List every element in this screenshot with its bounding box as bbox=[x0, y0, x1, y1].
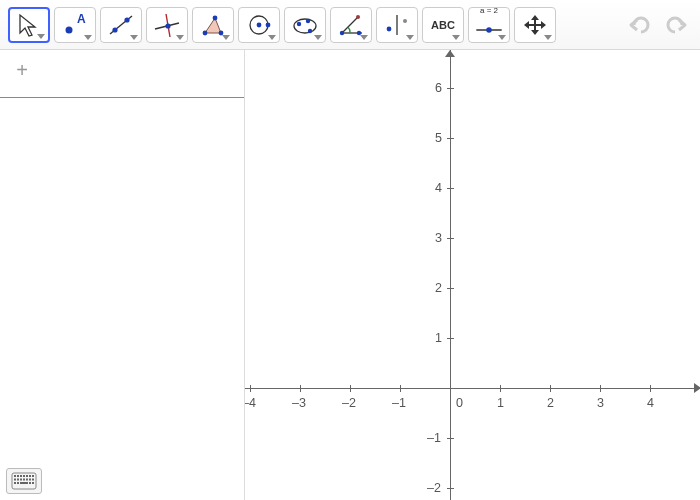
svg-rect-41 bbox=[29, 479, 31, 481]
svg-rect-38 bbox=[20, 479, 22, 481]
tick-label: –2 bbox=[427, 481, 441, 495]
add-input-button[interactable]: + bbox=[8, 58, 36, 82]
move-view-tool[interactable] bbox=[514, 7, 556, 43]
undo-button[interactable] bbox=[624, 10, 658, 40]
tick-label: 1 bbox=[435, 331, 442, 345]
ellipse-tool[interactable] bbox=[284, 7, 326, 43]
workspace: + –4 –3 –2 –1 0 1 2 3 4 1 2 3 4 5 6 –1 –… bbox=[0, 50, 700, 500]
algebra-view[interactable]: + bbox=[0, 50, 245, 500]
svg-rect-29 bbox=[14, 475, 16, 477]
svg-point-8 bbox=[203, 30, 208, 35]
svg-point-10 bbox=[213, 15, 218, 20]
svg-point-4 bbox=[124, 17, 129, 22]
svg-rect-47 bbox=[32, 482, 34, 484]
svg-point-25 bbox=[403, 19, 407, 23]
reflect-tool[interactable] bbox=[376, 7, 418, 43]
point-tool[interactable]: A bbox=[54, 7, 96, 43]
svg-point-14 bbox=[294, 19, 316, 33]
svg-rect-32 bbox=[23, 475, 25, 477]
svg-rect-40 bbox=[26, 479, 28, 481]
svg-rect-43 bbox=[14, 482, 16, 484]
tick-label: 3 bbox=[435, 231, 442, 245]
toolbar: A ABC a = 2 bbox=[0, 0, 700, 50]
svg-rect-33 bbox=[26, 475, 28, 477]
algebra-input-row: + bbox=[0, 50, 244, 98]
tick-label: –4 bbox=[245, 396, 256, 410]
svg-rect-35 bbox=[32, 475, 34, 477]
svg-point-7 bbox=[165, 23, 170, 28]
svg-point-24 bbox=[387, 26, 392, 31]
move-tool[interactable] bbox=[8, 7, 50, 43]
text-tool-label: ABC bbox=[431, 19, 455, 31]
y-axis-arrow bbox=[445, 50, 455, 57]
tick-label: 5 bbox=[435, 131, 442, 145]
svg-point-13 bbox=[266, 22, 271, 27]
graphics-view[interactable]: –4 –3 –2 –1 0 1 2 3 4 1 2 3 4 5 6 –1 –2 bbox=[245, 50, 700, 500]
slider-tool[interactable]: a = 2 bbox=[468, 7, 510, 43]
svg-rect-44 bbox=[17, 482, 19, 484]
virtual-keyboard-button[interactable] bbox=[6, 468, 42, 494]
svg-rect-45 bbox=[20, 482, 28, 484]
redo-button[interactable] bbox=[658, 10, 692, 40]
tick-label: –1 bbox=[392, 396, 406, 410]
svg-rect-30 bbox=[17, 475, 19, 477]
svg-rect-37 bbox=[17, 479, 19, 481]
tick-label: 4 bbox=[647, 396, 654, 410]
x-axis bbox=[245, 388, 700, 389]
svg-rect-46 bbox=[29, 482, 31, 484]
svg-point-27 bbox=[486, 27, 492, 33]
svg-rect-36 bbox=[14, 479, 16, 481]
text-tool[interactable]: ABC bbox=[422, 7, 464, 43]
perpendicular-tool[interactable] bbox=[146, 7, 188, 43]
svg-point-16 bbox=[306, 18, 310, 22]
svg-point-21 bbox=[356, 15, 360, 19]
tick-label: 2 bbox=[547, 396, 554, 410]
tick-label: –2 bbox=[342, 396, 356, 410]
slider-tool-label: a = 2 bbox=[480, 6, 498, 15]
tick-label: 6 bbox=[435, 81, 442, 95]
svg-point-15 bbox=[297, 21, 301, 25]
tick-label: 3 bbox=[597, 396, 604, 410]
svg-point-3 bbox=[112, 27, 117, 32]
tick-label: 4 bbox=[435, 181, 442, 195]
tick-label: –1 bbox=[427, 431, 441, 445]
polygon-tool[interactable] bbox=[192, 7, 234, 43]
keyboard-icon bbox=[11, 472, 37, 490]
circle-tool[interactable] bbox=[238, 7, 280, 43]
y-axis bbox=[450, 50, 451, 500]
svg-text:A: A bbox=[77, 12, 86, 26]
svg-point-17 bbox=[308, 28, 312, 32]
tick-label: –3 bbox=[292, 396, 306, 410]
svg-rect-34 bbox=[29, 475, 31, 477]
x-axis-arrow bbox=[694, 383, 700, 393]
tick-label: 1 bbox=[497, 396, 504, 410]
tick-label: 0 bbox=[456, 396, 463, 410]
svg-rect-39 bbox=[23, 479, 25, 481]
svg-rect-42 bbox=[32, 479, 34, 481]
angle-tool[interactable] bbox=[330, 7, 372, 43]
tick-label: 2 bbox=[435, 281, 442, 295]
svg-point-20 bbox=[340, 30, 344, 34]
svg-point-12 bbox=[257, 22, 262, 27]
svg-rect-31 bbox=[20, 475, 22, 477]
svg-point-0 bbox=[66, 26, 73, 33]
line-tool[interactable] bbox=[100, 7, 142, 43]
